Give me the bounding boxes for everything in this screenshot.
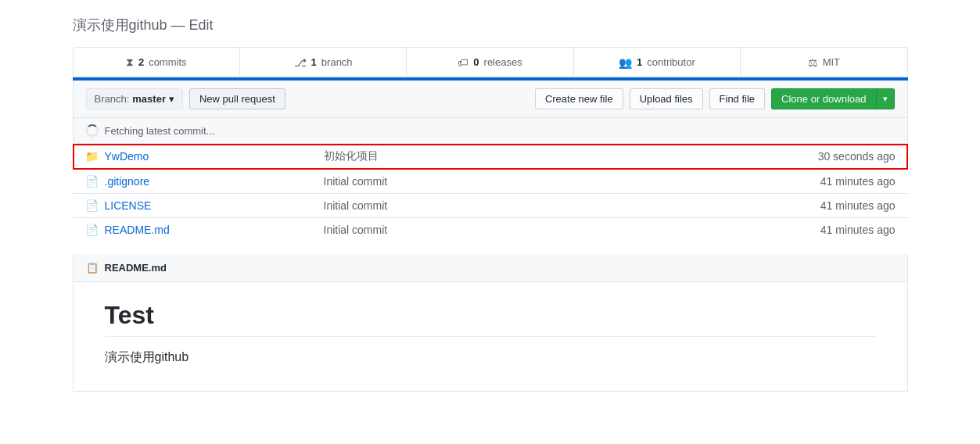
stat-branches[interactable]: ⎇ 1 branch (240, 48, 407, 77)
stats-bar: ⧗ 2 commits ⎇ 1 branch 🏷 0 releases 👥 1 … (73, 47, 908, 77)
folder-icon: 📁 (85, 150, 99, 163)
table-row[interactable]: 📄 README.md Initial commit 41 minutes ag… (73, 218, 908, 242)
table-row[interactable]: 📄 LICENSE Initial commit 41 minutes ago (73, 194, 908, 218)
upload-files-button[interactable]: Upload files (630, 88, 703, 109)
find-file-button[interactable]: Find file (709, 88, 766, 109)
stat-releases[interactable]: 🏷 0 releases (407, 48, 573, 77)
table-row[interactable]: 📁 YwDemo 初始化项目 30 seconds ago (73, 144, 908, 170)
branches-count: 1 (311, 56, 317, 68)
releases-icon: 🏷 (458, 56, 468, 69)
branch-selector[interactable]: Branch: master ▾ (86, 88, 183, 109)
commits-count: 2 (138, 56, 144, 68)
branches-label: branch (321, 56, 353, 68)
file-commit: Initial commit (324, 199, 770, 212)
page-title: 演示使用github — Edit (73, 16, 908, 34)
branch-label: Branch: (95, 93, 130, 105)
toolbar-left: Branch: master ▾ New pull request (86, 88, 285, 109)
file-time: 41 minutes ago (770, 199, 896, 212)
fetching-bar: Fetching latest commit... (73, 118, 908, 144)
branch-icon: ⎇ (294, 56, 307, 69)
contributors-count: 1 (637, 56, 642, 68)
readme-header: 📋 README.md (73, 254, 908, 282)
contributors-icon: 👥 (619, 56, 632, 69)
releases-label: releases (484, 56, 522, 68)
create-new-file-button[interactable]: Create new file (535, 88, 623, 109)
toolbar-right: Create new file Upload files Find file C… (535, 88, 895, 109)
clone-caret-button[interactable]: ▾ (876, 88, 895, 109)
repo-name: 演示使用github (73, 17, 167, 33)
license-label: MIT (823, 56, 840, 68)
releases-count: 0 (473, 56, 479, 68)
new-pull-request-button[interactable]: New pull request (189, 88, 285, 109)
file-icon: 📄 (85, 199, 99, 212)
clone-or-download-button[interactable]: Clone or download ▾ (771, 88, 894, 109)
file-time: 41 minutes ago (770, 224, 896, 236)
file-name[interactable]: README.md (105, 224, 324, 236)
title-action: Edit (189, 17, 214, 33)
readme-icon: 📋 (86, 262, 99, 274)
file-time: 30 seconds ago (770, 150, 896, 163)
file-time: 41 minutes ago (770, 175, 896, 188)
contributors-label: contributor (647, 56, 695, 68)
file-name[interactable]: .gitignore (105, 175, 324, 188)
readme-body: Test 演示使用github (73, 282, 908, 392)
file-icon: 📄 (85, 224, 99, 236)
clone-main-button[interactable]: Clone or download (771, 88, 875, 109)
commits-label: commits (149, 56, 186, 68)
stat-commits[interactable]: ⧗ 2 commits (74, 48, 240, 77)
stat-contributors[interactable]: 👥 1 contributor (574, 48, 741, 77)
readme-description: 演示使用github (105, 349, 876, 366)
file-name[interactable]: YwDemo (105, 150, 324, 163)
stat-license[interactable]: ⚖ MIT (741, 48, 906, 77)
toolbar: Branch: master ▾ New pull request Create… (73, 81, 908, 118)
table-row[interactable]: 📄 .gitignore Initial commit 41 minutes a… (73, 170, 908, 194)
file-icon: 📄 (85, 175, 99, 188)
file-list: 📁 YwDemo 初始化项目 30 seconds ago 📄 .gitigno… (73, 144, 908, 242)
readme-title: Test (105, 301, 876, 337)
chevron-down-icon: ▾ (169, 93, 174, 105)
branch-name: master (132, 93, 166, 105)
file-commit: Initial commit (324, 175, 770, 188)
fetching-text: Fetching latest commit... (105, 125, 215, 137)
file-name[interactable]: LICENSE (105, 199, 324, 212)
readme-filename: README.md (105, 262, 167, 274)
title-separator: — (167, 17, 189, 33)
loading-spinner (86, 124, 99, 137)
file-commit: Initial commit (324, 224, 770, 236)
license-icon: ⚖ (808, 56, 818, 69)
file-commit: 初始化项目 (324, 149, 770, 163)
commits-icon: ⧗ (126, 56, 134, 69)
